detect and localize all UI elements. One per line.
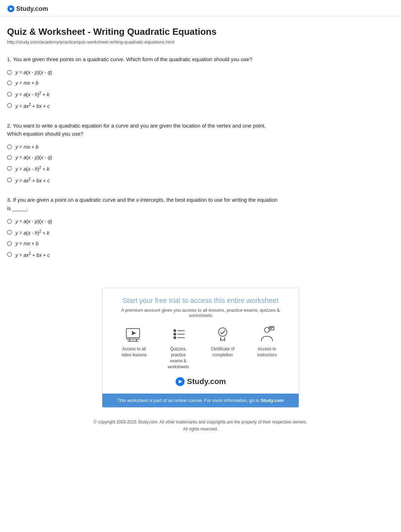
option-q2a[interactable]: y = mx + b bbox=[7, 144, 278, 150]
option-q1c[interactable]: y = a(x - h)2 + k bbox=[7, 91, 278, 97]
radio-q2a[interactable] bbox=[7, 144, 12, 149]
list-icon bbox=[169, 325, 187, 343]
cta-top: Start your free trial to access this ent… bbox=[102, 288, 299, 394]
option-label-q3b: y = a(x - h)2 + k bbox=[15, 229, 49, 236]
svg-point-17 bbox=[265, 327, 269, 332]
radio-q1c[interactable] bbox=[7, 92, 12, 97]
study-logo-icon bbox=[7, 5, 15, 13]
feature-video: Access to allvideo lessons bbox=[118, 325, 150, 370]
radio-q1a[interactable] bbox=[7, 70, 12, 75]
option-q3a[interactable]: y = a(x - p)(x - q) bbox=[7, 219, 278, 224]
cta-logo: Study.com bbox=[111, 377, 290, 387]
option-q3c[interactable]: y = mx + b bbox=[7, 241, 278, 246]
feature-instructors-label: Access toinstructors bbox=[257, 346, 276, 358]
cta-features: Access to allvideo lessons bbox=[111, 325, 290, 370]
footer: © copyright 2003-2015 Study.com. All oth… bbox=[0, 415, 401, 439]
option-label-q1b: y = mx + b bbox=[15, 80, 38, 86]
option-label-q1a: y = a(x - p)(x - q) bbox=[15, 70, 52, 75]
radio-q3a[interactable] bbox=[7, 219, 12, 224]
svg-point-9 bbox=[173, 333, 176, 336]
question-1-text: 1. You are given three points on a quadr… bbox=[7, 55, 278, 63]
footer-line1: © copyright 2003-2015 Study.com. All oth… bbox=[7, 419, 394, 426]
radio-q2b[interactable] bbox=[7, 155, 12, 160]
option-label-q1c: y = a(x - h)2 + k bbox=[15, 91, 49, 97]
svg-point-10 bbox=[173, 336, 176, 339]
radio-q3d[interactable] bbox=[7, 252, 12, 257]
radio-q3b[interactable] bbox=[7, 230, 12, 235]
cta-container: Start your free trial to access this ent… bbox=[0, 288, 401, 408]
question-3-text: 3. If you are given a point on a quadrat… bbox=[7, 196, 278, 212]
cta-bottom-text: This worksheet is part of an online cour… bbox=[117, 398, 261, 403]
option-label-q1d: y = ax2 + bx + c bbox=[15, 102, 50, 109]
page-title: Quiz & Worksheet - Writing Quadratic Equ… bbox=[7, 26, 278, 37]
cta-bottom-link[interactable]: Study.com bbox=[261, 398, 284, 403]
option-q1d[interactable]: y = ax2 + bx + c bbox=[7, 102, 278, 109]
question-2-options: y = mx + b y = a(x - p)(x - q) y = a(x -… bbox=[7, 144, 278, 183]
question-3-options: y = a(x - p)(x - q) y = a(x - h)2 + k y … bbox=[7, 219, 278, 258]
radio-q3c[interactable] bbox=[7, 241, 12, 246]
option-label-q3d: y = ax2 + bx + c bbox=[15, 251, 50, 258]
cta-subtitle: A premium account gives you access to al… bbox=[111, 307, 290, 318]
cta-logo-icon bbox=[175, 377, 185, 387]
option-q3d[interactable]: y = ax2 + bx + c bbox=[7, 251, 278, 258]
option-q1b[interactable]: y = mx + b bbox=[7, 80, 278, 86]
option-label-q3a: y = a(x - p)(x - q) bbox=[15, 219, 52, 224]
question-2-text: 2. You want to write a quadratic equatio… bbox=[7, 122, 278, 138]
certificate-icon bbox=[214, 325, 232, 343]
cta-logo-text: Study.com bbox=[187, 377, 226, 386]
question-3: 3. If you are given a point on a quadrat… bbox=[7, 196, 278, 258]
feature-instructors: Access toinstructors bbox=[251, 325, 283, 370]
question-2: 2. You want to write a quadratic equatio… bbox=[7, 122, 278, 183]
feature-video-label: Access to allvideo lessons bbox=[121, 346, 147, 358]
cta-box: Start your free trial to access this ent… bbox=[102, 288, 299, 408]
feature-quizzes-label: Quizzes, practiceexams & worksheets bbox=[163, 346, 194, 370]
option-label-q3c: y = mx + b bbox=[15, 241, 38, 246]
question-1: 1. You are given three points on a quadr… bbox=[7, 55, 278, 109]
feature-certificate-label: Certificate ofcompletion bbox=[211, 346, 234, 358]
instructor-icon bbox=[258, 325, 276, 343]
svg-marker-7 bbox=[132, 331, 136, 335]
option-label-q2b: y = a(x - p)(x - q) bbox=[15, 155, 52, 160]
header: Study.com bbox=[0, 0, 401, 17]
feature-quizzes: Quizzes, practiceexams & worksheets bbox=[163, 325, 194, 370]
feature-certificate: Certificate ofcompletion bbox=[207, 325, 238, 370]
footer-line2: All rights reserved. bbox=[7, 426, 394, 433]
option-label-q2c: y = a(x - h)2 + k bbox=[15, 165, 49, 172]
option-label-q2a: y = mx + b bbox=[15, 144, 38, 150]
logo-text: Study.com bbox=[16, 5, 48, 13]
cta-bottom-bar: This worksheet is part of an online cour… bbox=[102, 394, 299, 407]
option-q1a[interactable]: y = a(x - p)(x - q) bbox=[7, 70, 278, 75]
page-url: http://study.com/academy/practice/quiz-w… bbox=[7, 39, 278, 45]
radio-q1d[interactable] bbox=[7, 103, 12, 108]
radio-q2d[interactable] bbox=[7, 177, 12, 182]
svg-point-14 bbox=[218, 328, 227, 336]
option-label-q2d: y = ax2 + bx + c bbox=[15, 177, 50, 183]
option-q3b[interactable]: y = a(x - h)2 + k bbox=[7, 229, 278, 236]
svg-point-8 bbox=[173, 329, 176, 332]
option-q2b[interactable]: y = a(x - p)(x - q) bbox=[7, 155, 278, 160]
main-content: Quiz & Worksheet - Writing Quadratic Equ… bbox=[0, 17, 288, 277]
option-q2d[interactable]: y = ax2 + bx + c bbox=[7, 177, 278, 183]
cta-title: Start your free trial to access this ent… bbox=[111, 297, 290, 305]
logo[interactable]: Study.com bbox=[7, 5, 394, 13]
option-q2c[interactable]: y = a(x - h)2 + k bbox=[7, 165, 278, 172]
radio-q1b[interactable] bbox=[7, 80, 12, 85]
video-icon bbox=[125, 325, 143, 343]
radio-q2c[interactable] bbox=[7, 166, 12, 171]
question-1-options: y = a(x - p)(x - q) y = mx + b y = a(x -… bbox=[7, 70, 278, 109]
